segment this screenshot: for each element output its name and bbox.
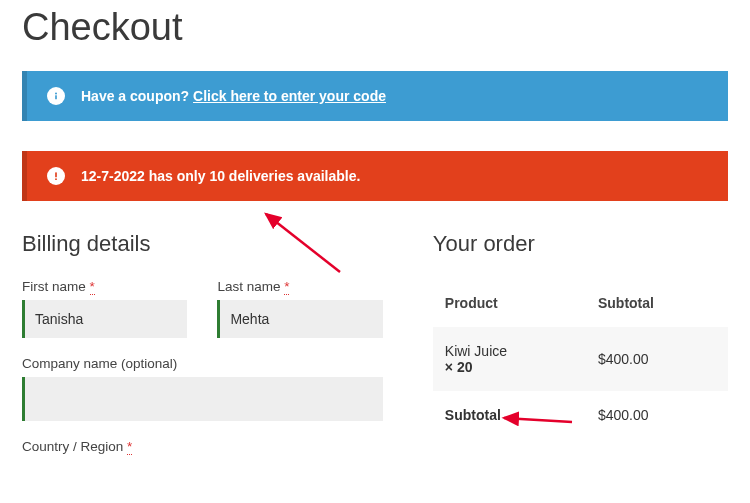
coupon-notice: Have a coupon? Click here to enter your … xyxy=(22,71,728,121)
item-name: Kiwi Juice xyxy=(445,343,507,359)
svg-point-3 xyxy=(55,178,57,180)
col-subtotal: Subtotal xyxy=(586,279,728,327)
billing-heading: Billing details xyxy=(22,231,383,257)
info-icon xyxy=(47,87,65,105)
required-marker: * xyxy=(284,279,289,295)
error-message: 12-7-2022 has only 10 deliveries availab… xyxy=(81,168,360,184)
page-title: Checkout xyxy=(22,6,728,49)
alert-icon xyxy=(47,167,65,185)
svg-rect-2 xyxy=(55,172,57,177)
item-qty: 20 xyxy=(457,359,473,375)
required-marker: * xyxy=(90,279,95,295)
required-marker: * xyxy=(127,439,132,455)
svg-rect-1 xyxy=(55,95,57,99)
table-row: Kiwi Juice × 20 $400.00 xyxy=(433,327,728,391)
first-name-input[interactable] xyxy=(22,300,187,338)
item-subtotal: $400.00 xyxy=(586,327,728,391)
subtotal-value: $400.00 xyxy=(586,391,728,439)
coupon-question: Have a coupon? xyxy=(81,88,193,104)
first-name-label: First name * xyxy=(22,279,187,294)
last-name-input[interactable] xyxy=(217,300,382,338)
col-product: Product xyxy=(433,279,586,327)
svg-point-0 xyxy=(55,93,57,95)
country-label: Country / Region * xyxy=(22,439,383,454)
coupon-link[interactable]: Click here to enter your code xyxy=(193,88,386,104)
company-label: Company name (optional) xyxy=(22,356,383,371)
order-table: Product Subtotal Kiwi Juice × 20 $400.00… xyxy=(433,279,728,439)
last-name-label: Last name * xyxy=(217,279,382,294)
error-notice: 12-7-2022 has only 10 deliveries availab… xyxy=(22,151,728,201)
subtotal-label: Subtotal xyxy=(433,391,586,439)
order-heading: Your order xyxy=(433,231,728,257)
company-input[interactable] xyxy=(22,377,383,421)
